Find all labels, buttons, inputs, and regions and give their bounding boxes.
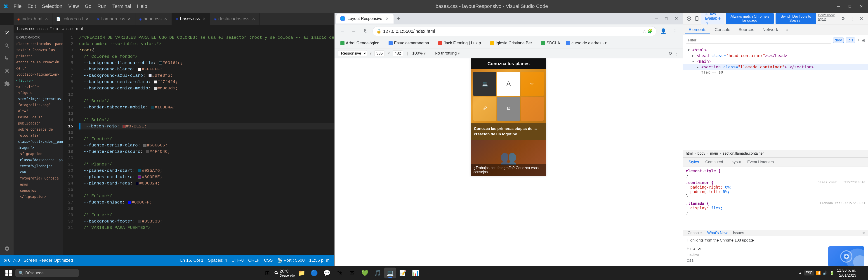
new-tab-button[interactable]: + xyxy=(395,15,403,23)
filter-tag-hov[interactable]: :hov xyxy=(833,37,844,43)
browser-minimize-button[interactable]: ─ xyxy=(652,15,661,23)
tab-close-icon[interactable]: ✕ xyxy=(163,17,168,21)
filter-add-icon[interactable]: + xyxy=(857,37,860,43)
devtools-more-button[interactable]: ⋮ xyxy=(848,15,856,23)
taskbar-search[interactable]: 🔍 Búsqueda xyxy=(16,269,79,277)
status-screen-reader[interactable]: Screen Reader Optimized xyxy=(24,258,73,263)
tab-bases-css[interactable]: ◈ bases.css ✕ xyxy=(172,13,210,25)
tab-destacados-css[interactable]: ◈ destacados.css ✕ xyxy=(210,13,260,25)
tab-colores-txt[interactable]: 📄 colores.txt ✕ xyxy=(53,13,93,25)
css-property[interactable]: display: xyxy=(690,206,709,210)
taskbar-weather[interactable]: 🌤 26°C Despejado xyxy=(274,269,295,277)
styles-filter-input[interactable] xyxy=(686,37,831,44)
breadcrumb-item[interactable]: # xyxy=(62,27,64,31)
viewport-mode-select[interactable]: Responsive xyxy=(338,50,367,56)
taskbar-item-teams[interactable]: 💬 xyxy=(321,268,333,278)
tray-arrow-icon[interactable]: ▲ xyxy=(798,271,802,276)
console-close-icon[interactable]: ✕ xyxy=(862,231,865,235)
menu-run[interactable]: Run xyxy=(95,2,109,10)
close-button[interactable]: ✕ xyxy=(856,2,866,10)
wifi-icon[interactable]: 📶 xyxy=(816,271,821,276)
status-position[interactable]: Ln 15, Col 1 xyxy=(180,258,203,263)
breadcrumb-item[interactable]: # xyxy=(50,27,52,31)
task-view-button[interactable]: ⊞ xyxy=(261,268,273,278)
activity-explorer-icon[interactable] xyxy=(1,27,13,39)
tab-close-button[interactable]: ✕ xyxy=(384,17,390,21)
profile-button[interactable]: 👤 xyxy=(658,26,668,36)
taskbar-item-word[interactable]: 📝 xyxy=(397,268,409,278)
menu-view[interactable]: View xyxy=(66,2,82,10)
rotate-icon[interactable]: ⟳ xyxy=(669,51,673,56)
breadcrumb-item[interactable]: bases.css xyxy=(17,27,35,31)
bookmark-iglesia[interactable]: Iglesia Cristiana Ber... xyxy=(488,40,537,47)
styles-tab-styles[interactable]: Styles xyxy=(686,159,702,165)
tab-sources[interactable]: Sources xyxy=(735,26,758,33)
tab-close-icon[interactable]: ✕ xyxy=(85,17,89,21)
minimize-button[interactable]: ─ xyxy=(834,2,844,10)
breadcrumb-item[interactable]: a xyxy=(56,27,58,31)
match-language-button[interactable]: Always match Chrome's language xyxy=(726,13,774,24)
activity-git-icon[interactable] xyxy=(1,53,13,64)
tab-close-icon[interactable]: ✕ xyxy=(202,17,206,21)
dim-height[interactable]: 482 xyxy=(393,51,403,56)
tree-expand-icon[interactable]: ▶ xyxy=(692,54,697,57)
reload-button[interactable]: ↻ xyxy=(361,26,371,36)
more-options-icon[interactable]: ⋮ xyxy=(675,51,679,56)
tab-close-icon[interactable]: ✕ xyxy=(251,17,256,21)
menu-file[interactable]: File xyxy=(11,2,24,10)
breadcrumb-html[interactable]: html xyxy=(686,151,692,156)
console-tab-console[interactable]: Console xyxy=(686,230,704,236)
bookmark-ajedrez[interactable]: curso de ajedrez - n... xyxy=(564,40,613,47)
tree-head[interactable]: ▶ <head class="head container">…</head> xyxy=(683,53,868,58)
device-toolbar-button[interactable] xyxy=(693,15,700,23)
browser-maximize-button[interactable]: □ xyxy=(662,15,671,23)
menu-terminal[interactable]: Terminal xyxy=(110,2,134,10)
styles-tab-layout[interactable]: Layout xyxy=(727,159,744,165)
taskbar-item-git[interactable]: ⑂ xyxy=(422,268,434,278)
battery-icon[interactable]: 🔋 xyxy=(829,271,834,276)
taskbar-item-mail[interactable]: ✉ xyxy=(346,268,358,278)
css-source[interactable]: bases.css?...:21572310:40 xyxy=(817,180,865,184)
bookmark-jack[interactable]: Jack Fleming | Luz p... xyxy=(436,40,487,47)
zoom-control[interactable]: 100% ▾ xyxy=(412,51,426,56)
tab-close-icon[interactable]: ✕ xyxy=(44,17,49,21)
status-errors[interactable]: ⊗ 0 ⚠ 0 xyxy=(4,258,20,263)
switch-language-button[interactable]: Switch DevTools to Spanish xyxy=(776,13,816,24)
tree-expand-icon[interactable]: ▼ xyxy=(688,48,692,52)
code-content[interactable]: /*CREACIÓN DE VARIBLES PARA EL USO DE CO… xyxy=(75,33,334,266)
tree-expand-icon[interactable]: ▼ xyxy=(692,59,697,63)
breadcrumb-main[interactable]: main xyxy=(710,151,718,156)
breadcrumb-section[interactable]: section.llamada.container xyxy=(723,151,764,156)
breadcrumb-item[interactable]: a xyxy=(68,27,71,31)
bookmark-arbol[interactable]: Árbol Genealógico... xyxy=(338,40,385,47)
tree-section[interactable]: ▶ <section class="llamada container">…</… xyxy=(683,64,868,70)
menu-edit[interactable]: Edit xyxy=(25,2,39,10)
css-property[interactable]: padding-right: xyxy=(690,185,723,190)
css-property[interactable]: padding-left: xyxy=(690,190,720,194)
tree-main[interactable]: ▼ <main> xyxy=(683,58,868,64)
extension-icon[interactable]: 🧩 xyxy=(648,29,653,34)
maximize-button[interactable]: □ xyxy=(845,2,855,10)
menu-go[interactable]: Go xyxy=(82,2,94,10)
star-icon[interactable]: ☆ xyxy=(643,29,646,34)
tab-performance[interactable]: » xyxy=(782,26,792,33)
tab-elements[interactable]: Elements xyxy=(685,26,710,33)
css-source[interactable]: llamada.css:.721572309:1 xyxy=(819,201,865,205)
start-button[interactable] xyxy=(4,268,13,278)
tree-expand-icon[interactable]: ▶ xyxy=(697,65,701,69)
code-editor[interactable]: 12345 678910 11121314 15 1617181920 2122… xyxy=(63,33,334,266)
menu-help[interactable]: Help xyxy=(134,2,150,10)
tree-html[interactable]: ▼ <html> xyxy=(683,47,868,53)
activity-settings-icon[interactable] xyxy=(1,243,13,255)
activity-debug-icon[interactable] xyxy=(1,65,13,77)
browser-close-button[interactable]: ✕ xyxy=(672,15,681,23)
styles-tab-computed[interactable]: Computed xyxy=(703,159,725,165)
filter-more-icon[interactable]: ⊞ xyxy=(862,37,865,43)
bookmark-sdcla[interactable]: SDCLA xyxy=(539,40,562,47)
back-button[interactable]: ← xyxy=(337,26,347,36)
taskbar-item-chrome[interactable]: 🔵 xyxy=(308,268,320,278)
console-tab-whats-new[interactable]: What's New xyxy=(705,230,729,236)
tab-network[interactable]: Network xyxy=(759,26,782,33)
html-tree[interactable]: ▼ <html> ▶ <head class="head container">… xyxy=(683,45,868,150)
console-tab-issues[interactable]: Issues xyxy=(731,230,746,236)
